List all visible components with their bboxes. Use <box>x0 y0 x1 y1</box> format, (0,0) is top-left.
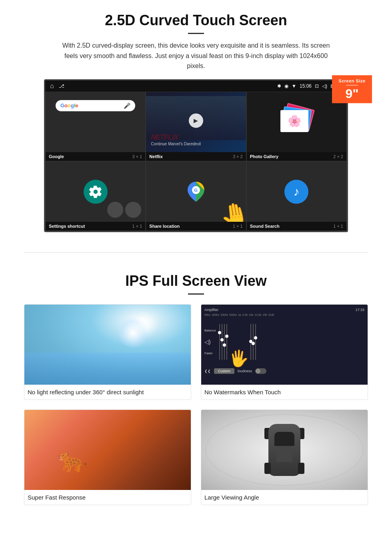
balance-label: Balance <box>204 329 216 332</box>
wifi-icon: ▼ <box>292 83 296 89</box>
google-logo: Google <box>60 102 78 108</box>
google-size: 3 × 1 <box>132 154 142 159</box>
flower-icon: 🌸 <box>288 114 302 128</box>
stack-card-3: 🌸 <box>280 110 308 132</box>
feature-sunlight: No light reflecting under 360° direct su… <box>24 304 191 400</box>
maps-icon-svg: G <box>186 182 206 202</box>
car-windshield <box>274 432 294 446</box>
badge-divider <box>346 85 358 86</box>
cheetah-image: 🐆 <box>24 410 191 490</box>
netflix-label: Netflix <box>149 154 163 159</box>
shadow-circle-1 <box>107 202 123 218</box>
status-bar: ⌂ ⎇ ✱ ◉ ▼ 15:06 ⊡ ◁) ⊠ ▭ <box>45 80 347 92</box>
mic-icon[interactable]: 🎤 <box>124 102 130 109</box>
feature-watermark: Amplifier 17:33 60hz100hz200hz500hz1k2.5… <box>201 304 368 400</box>
title-divider <box>188 33 204 34</box>
sound-search-content: ♪ <box>247 162 346 222</box>
feature-car: Large Viewing Angle <box>201 409 368 505</box>
gear-svg-icon <box>88 185 103 199</box>
settings-cell[interactable]: Settings shortcut 1 × 1 <box>45 161 146 231</box>
sunlight-image <box>24 305 191 385</box>
sound-search-size: 1 × 1 <box>333 224 343 229</box>
loudness-label: loudness <box>238 369 252 373</box>
custom-button[interactable]: Custom <box>214 368 234 374</box>
badge-label: Screen Size <box>336 78 368 83</box>
netflix-play-btn[interactable]: ▶ <box>189 113 203 128</box>
eq-bars-group: 🖐 <box>219 320 364 364</box>
amplifier-screen: Amplifier 17:33 60hz100hz200hz500hz1k2.5… <box>201 305 368 385</box>
stacked-photos: 🌸 <box>278 104 314 140</box>
cheetah-emoji: 🐆 <box>58 446 88 474</box>
section1-title: 2.5D Curved Touch Screen <box>24 12 368 29</box>
screen-container: ⌂ ⎇ ✱ ◉ ▼ 15:06 ⊡ ◁) ⊠ ▭ <box>24 79 368 232</box>
status-time: 15:06 <box>300 83 312 89</box>
volume-icon: ◁) <box>322 83 327 89</box>
amp-left-labels: Balance ◁) Fader <box>204 329 216 355</box>
loudness-toggle[interactable] <box>255 368 266 374</box>
cheetah-caption: Super Fast Response <box>24 490 191 505</box>
home-icon[interactable]: ⌂ <box>50 82 54 90</box>
photo-gallery-cell[interactable]: 🌸 Photo Gallery 2 × 2 <box>246 92 347 161</box>
settings-size: 1 × 1 <box>132 224 142 229</box>
eq-bar-7 <box>255 320 256 364</box>
share-location-cell[interactable]: G 🤚 Share location 1 × 1 <box>146 161 246 231</box>
hand-touch-icon: 🤚 <box>218 199 246 222</box>
camera-icon: ⊡ <box>315 83 319 89</box>
share-location-label: Share location <box>149 224 180 229</box>
photo-gallery-label: Photo Gallery <box>250 154 279 159</box>
car-body <box>268 424 300 476</box>
usb-icon: ⎇ <box>59 83 64 89</box>
netflix-size: 3 × 2 <box>233 154 243 159</box>
share-location-size: 1 × 1 <box>233 224 243 229</box>
sunlight-visual <box>24 305 191 385</box>
bluetooth-icon: ✱ <box>277 83 281 89</box>
photo-gallery-size: 2 × 2 <box>333 154 343 159</box>
share-location-content: G 🤚 <box>146 162 246 222</box>
share-label-row: Share location 1 × 1 <box>146 222 246 231</box>
google-search-bar[interactable]: Google 🎤 <box>56 100 135 111</box>
sunlight-caption: No light reflecting under 360° direct su… <box>24 385 191 399</box>
section2-title: IPS Full Screen View <box>24 273 368 289</box>
car-roof <box>276 446 292 462</box>
svg-text:G: G <box>194 187 198 193</box>
feature-grid: No light reflecting under 360° direct su… <box>24 304 368 505</box>
sound-search-cell[interactable]: ♪ Sound Search 1 × 1 <box>246 161 347 231</box>
feature-cheetah: 🐆 Super Fast Response <box>24 409 191 505</box>
amp-freq-labels: 60hz100hz200hz500hz1k2.5k10k12.5k15kSUB <box>204 313 364 316</box>
car-image <box>201 410 368 490</box>
sound-label-row: Sound Search 1 × 1 <box>247 222 346 231</box>
amplifier-image: Amplifier 17:33 60hz100hz200hz500hz1k2.5… <box>201 305 368 385</box>
sound-search-label: Sound Search <box>250 224 280 229</box>
curved-screen-section: 2.5D Curved Touch Screen With 2.5D curve… <box>0 0 392 240</box>
wheel-rl <box>264 463 271 474</box>
netflix-label-row: Netflix 3 × 2 <box>146 152 246 161</box>
amp-title: Amplifier <box>204 308 218 312</box>
eq-bar-3 <box>224 320 225 364</box>
volume-small-icon: ◁) <box>204 339 216 345</box>
watermark-caption: No Watermarks When Touch <box>201 385 368 399</box>
netflix-cell[interactable]: ▶ NETFLIX Continue Marvel's Daredevil Ne… <box>146 92 246 161</box>
amp-nav-left: ❮❮ <box>204 369 211 373</box>
badge-size: 9" <box>336 87 368 100</box>
eq-bar-1 <box>219 320 220 364</box>
shadow-icons <box>107 202 141 218</box>
eq-bar-2 <box>222 320 222 364</box>
cheetah-visual: 🐆 <box>24 410 191 490</box>
google-cell[interactable]: Google 🎤 Google 3 × 1 <box>45 92 146 161</box>
app-grid-row1: Google 🎤 Google 3 × 1 ▶ <box>45 92 347 161</box>
status-left: ⌂ ⎇ <box>50 82 64 90</box>
photo-gallery-content: 🌸 <box>247 92 346 152</box>
settings-label-row: Settings shortcut 1 × 1 <box>46 222 145 231</box>
screen-size-badge: Screen Size 9" <box>332 75 372 103</box>
netflix-content: ▶ NETFLIX Continue Marvel's Daredevil <box>146 92 246 152</box>
eq-bar-5 <box>250 320 251 364</box>
eq-bar-4 <box>226 320 227 364</box>
amp-eq-controls: Balance ◁) Fader <box>204 318 364 366</box>
google-content: Google 🎤 <box>46 92 145 152</box>
google-label-row: Google 3 × 1 <box>46 152 145 161</box>
settings-icon-circle <box>84 180 108 204</box>
car-visual <box>201 410 368 490</box>
eq-bar-6 <box>253 320 254 364</box>
photo-label-row: Photo Gallery 2 × 2 <box>247 152 346 161</box>
page-divider <box>24 252 368 253</box>
